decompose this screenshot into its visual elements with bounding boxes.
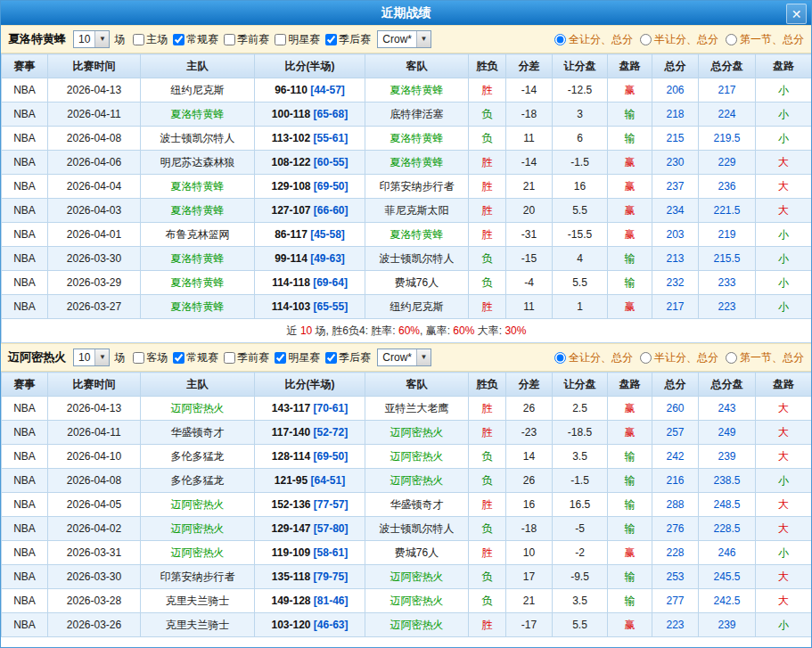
handicap-result-cell: 输 <box>608 445 652 469</box>
filter-checkbox-input[interactable] <box>173 352 185 364</box>
game-row: NBA2026-03-26克里夫兰骑士103-120 [46-63]迈阿密热火胜… <box>2 613 812 637</box>
games-count-select[interactable]: 10 ▼ <box>73 30 110 48</box>
score-cell: 86-117 [45-58] <box>255 223 365 247</box>
odds-mode-radio-input[interactable] <box>726 352 737 364</box>
column-header: 让分盘 <box>553 373 608 397</box>
over-under-cell: 小 <box>756 223 812 247</box>
odds-mode-radio-input[interactable] <box>640 34 652 45</box>
diff-cell: 11 <box>506 127 553 151</box>
home-team-cell: 迈阿密热火 <box>141 541 255 565</box>
date-cell: 2026-03-30 <box>48 247 141 271</box>
total-points-cell: 213 <box>652 247 699 271</box>
date-cell: 2026-03-31 <box>48 541 141 565</box>
total-line-cell: 239 <box>699 613 756 637</box>
diff-cell: -15 <box>506 247 553 271</box>
column-header: 胜负 <box>469 373 506 397</box>
total-line-cell: 219 <box>699 223 756 247</box>
total-line-cell: 245.5 <box>699 565 756 589</box>
league-cell: NBA <box>2 613 48 637</box>
league-cell: NBA <box>2 493 48 517</box>
home-team-cell: 纽约尼克斯 <box>141 78 255 103</box>
home-team-cell: 印第安纳步行者 <box>141 565 255 589</box>
game-row: NBA2026-04-13迈阿密热火143-117 [70-61]亚特兰大老鹰胜… <box>2 397 812 421</box>
handicap-line-cell: 5.5 <box>553 271 608 295</box>
filter-checkbox: 明星赛 <box>271 350 320 365</box>
away-team-cell: 迈阿密热火 <box>365 613 469 637</box>
handicap-result-cell: 输 <box>608 517 652 541</box>
diff-cell: 20 <box>506 199 553 223</box>
filter-checkbox-input[interactable] <box>275 34 286 45</box>
score-cell: 103-120 [46-63] <box>255 613 365 637</box>
handicap-line-cell: -15.5 <box>553 223 608 247</box>
column-header: 让分盘 <box>553 54 608 78</box>
over-under-cell: 大 <box>756 151 812 175</box>
league-cell: NBA <box>2 565 48 589</box>
score-cell: 128-114 [69-50] <box>255 445 365 469</box>
game-row: NBA2026-03-30夏洛特黄蜂99-114 [49-63]波士顿凯尔特人负… <box>2 247 812 271</box>
total-line-cell: 248.5 <box>699 493 756 517</box>
league-cell: NBA <box>2 589 48 613</box>
close-button[interactable]: ✕ <box>786 4 807 24</box>
game-row: NBA2026-04-01布鲁克林篮网86-117 [45-58]夏洛特黄蜂胜-… <box>2 223 812 247</box>
filter-checkbox-label: 客场 <box>146 350 168 365</box>
total-line-cell: 221.5 <box>699 199 756 223</box>
filter-checkbox: 季前赛 <box>220 32 269 47</box>
home-team-cell: 克里夫兰骑士 <box>141 589 255 613</box>
filter-checkbox-label: 季前赛 <box>237 350 269 365</box>
odds-mode-radio: 半让分、总分 <box>640 32 718 47</box>
odds-mode-radio-input[interactable] <box>554 352 566 364</box>
column-header: 比分(半场) <box>255 54 365 78</box>
winloss-cell: 负 <box>469 127 506 151</box>
column-header: 总分 <box>652 54 699 78</box>
game-row: NBA2026-04-10多伦多猛龙128-114 [69-50]迈阿密热火负1… <box>2 445 812 469</box>
games-count-value: 10 <box>74 31 94 47</box>
diff-cell: 10 <box>506 541 553 565</box>
filter-checkbox-input[interactable] <box>133 352 144 364</box>
filter-checkbox-input[interactable] <box>224 34 235 45</box>
game-row: NBA2026-03-28克里夫兰骑士149-128 [81-46]迈阿密热火负… <box>2 589 812 613</box>
handicap-result-cell: 输 <box>608 271 652 295</box>
odds-mode-radio-input[interactable] <box>726 34 737 45</box>
score-cell: 99-114 [49-63] <box>255 247 365 271</box>
handicap-result-cell: 输 <box>608 589 652 613</box>
game-row: NBA2026-04-11夏洛特黄蜂100-118 [65-68]底特律活塞负-… <box>2 103 812 127</box>
winloss-cell: 负 <box>469 247 506 271</box>
column-header: 总分盘 <box>699 54 756 78</box>
game-row: NBA2026-04-08多伦多猛龙121-95 [64-51]迈阿密热火负26… <box>2 469 812 493</box>
diff-cell: 21 <box>506 175 553 199</box>
total-points-cell: 277 <box>652 589 699 613</box>
filter-checkbox-input[interactable] <box>325 352 337 364</box>
over-under-cell: 小 <box>756 469 812 493</box>
bookmaker-select[interactable]: Crow* ▼ <box>377 349 431 366</box>
odds-mode-radio-input[interactable] <box>640 352 652 364</box>
diff-cell: -14 <box>506 78 553 103</box>
winloss-cell: 胜 <box>469 78 506 103</box>
score-cell: 119-109 [58-61] <box>255 541 365 565</box>
odds-mode-radio-input[interactable] <box>554 34 566 45</box>
total-line-cell: 242.5 <box>699 589 756 613</box>
filter-checkbox-label: 明星赛 <box>288 32 320 47</box>
date-cell: 2026-04-13 <box>48 78 141 103</box>
games-count-select[interactable]: 10 ▼ <box>73 349 110 366</box>
total-points-cell: 228 <box>652 541 699 565</box>
filter-checkbox-input[interactable] <box>133 34 144 45</box>
game-row: NBA2026-03-29夏洛特黄蜂114-118 [69-64]费城76人负-… <box>2 271 812 295</box>
odds-mode-radio: 第一节、总分 <box>726 32 804 47</box>
score-cell: 152-136 [77-57] <box>255 493 365 517</box>
filter-checkbox-label: 主场 <box>146 32 168 47</box>
column-header: 比赛时间 <box>48 54 141 78</box>
close-icon: ✕ <box>791 7 802 21</box>
league-cell: NBA <box>2 397 48 421</box>
filter-checkbox-input[interactable] <box>173 34 185 45</box>
handicap-line-cell: -2 <box>553 541 608 565</box>
odds-mode-radio-group: 全让分、总分半让分、总分第一节、总分 <box>547 32 804 47</box>
filter-checkbox-input[interactable] <box>224 352 235 364</box>
filter-checkbox-input[interactable] <box>275 352 286 364</box>
league-cell: NBA <box>2 199 48 223</box>
over-under-cell: 小 <box>756 541 812 565</box>
bookmaker-select[interactable]: Crow* ▼ <box>377 30 431 48</box>
home-team-cell: 夏洛特黄蜂 <box>141 295 255 319</box>
filter-checkbox-input[interactable] <box>325 34 337 45</box>
home-team-cell: 明尼苏达森林狼 <box>141 151 255 175</box>
over-under-cell: 大 <box>756 589 812 613</box>
